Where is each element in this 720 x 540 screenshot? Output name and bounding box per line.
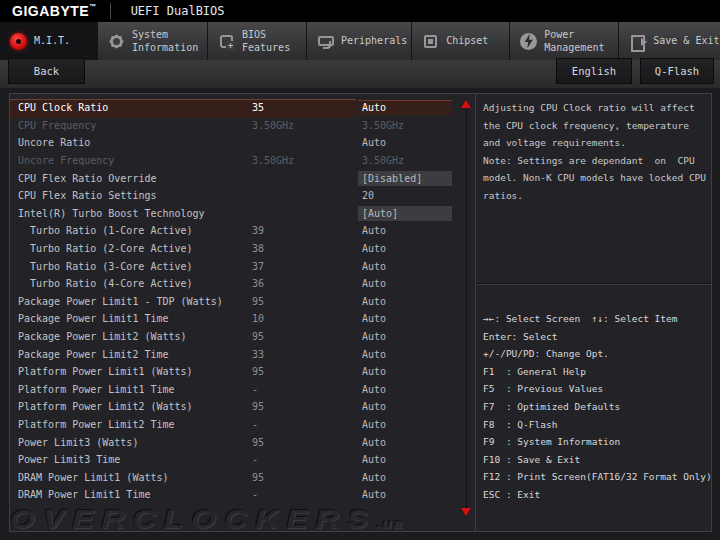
hotkey-line: Enter: Select <box>483 328 707 346</box>
help-line: ratios. <box>483 187 705 205</box>
help-panel: Adjusting CPU Clock ratio will affectthe… <box>475 94 711 531</box>
setting-label: DRAM Power Limit1 (Watts) <box>18 472 252 483</box>
setting-option-value: Auto <box>362 437 462 448</box>
scroll-up-arrow[interactable] <box>461 100 471 108</box>
setting-label: Package Power Limit2 Time <box>18 349 252 360</box>
setting-option-value: Auto <box>362 137 462 148</box>
setting-row[interactable]: Intel(R) Turbo Boost Technology [Auto] <box>10 205 475 223</box>
bios-icon <box>218 33 235 50</box>
setting-current-value: 3.50GHz <box>252 155 362 166</box>
hotkey-legend: →←: Select Screen ↑↓: Select ItemEnter: … <box>476 283 711 531</box>
setting-row[interactable]: Turbo Ratio (4-Core Active) 36 Auto <box>10 275 475 293</box>
setting-row[interactable]: Turbo Ratio (1-Core Active) 39 Auto <box>10 222 475 240</box>
setting-row[interactable]: CPU Frequency 3.50GHz 3.50GHz <box>10 117 475 135</box>
setting-option-value: [Disabled] <box>358 171 452 186</box>
setting-row[interactable]: DRAM Power Limit1 (Watts) 95 Auto <box>10 468 475 486</box>
setting-current-value: - <box>252 489 362 500</box>
product-title: UEFI DualBIOS <box>131 4 225 18</box>
scroll-down-arrow[interactable] <box>461 508 471 516</box>
setting-label: Platform Power Limit2 (Watts) <box>18 401 252 412</box>
tab-label: Save & Exit <box>653 34 719 48</box>
setting-current-value: - <box>252 419 362 430</box>
setting-row[interactable]: CPU Clock Ratio 35 Auto <box>10 99 475 117</box>
setting-label: CPU Frequency <box>18 120 252 131</box>
setting-current-value: 10 <box>252 313 362 324</box>
setting-option-value: [Auto] <box>358 206 452 221</box>
tab-label: Power Management <box>544 28 614 55</box>
setting-row[interactable]: Package Power Limit1 - TDP (Watts) 95 Au… <box>10 293 475 311</box>
tab[interactable]: M.I.T. <box>0 22 98 60</box>
setting-option-value: Auto <box>362 313 462 324</box>
setting-option-value: Auto <box>362 489 462 500</box>
hotkey-line: +/-/PU/PD: Change Opt. <box>483 345 707 363</box>
setting-row[interactable]: Power Limit3 (Watts) 95 Auto <box>10 433 475 451</box>
setting-label: Power Limit3 Time <box>18 454 252 465</box>
tab[interactable]: BIOS Features <box>208 22 307 60</box>
setting-option-value: Auto <box>362 278 462 289</box>
gear-icon <box>108 33 125 50</box>
setting-option-value: Auto <box>362 419 462 430</box>
tab[interactable]: Power Management <box>510 22 619 60</box>
setting-row[interactable]: Package Power Limit2 Time 33 Auto <box>10 345 475 363</box>
bios-screen: GIGABYTE™ UEFI DualBIOS M.I.T. System In… <box>0 0 720 540</box>
tab[interactable]: Peripherals <box>307 22 412 60</box>
setting-label: Power Limit3 (Watts) <box>18 437 252 448</box>
setting-current-value: 35 <box>252 102 362 113</box>
setting-label: Turbo Ratio (2-Core Active) <box>18 243 252 254</box>
setting-row[interactable]: Power Limit3 Time - Auto <box>10 451 475 469</box>
hotkey-line: F1 : General Help <box>483 363 707 381</box>
setting-option-value: Auto <box>362 225 462 236</box>
setting-row[interactable]: Uncore Frequency 3.50GHz 3.50GHz <box>10 152 475 170</box>
tab[interactable]: Save & Exit <box>619 22 720 60</box>
setting-row[interactable]: CPU Flex Ratio Settings 20 <box>10 187 475 205</box>
tab[interactable]: Chipset <box>412 22 510 60</box>
tab-label: M.I.T. <box>34 34 70 48</box>
setting-label: Turbo Ratio (1-Core Active) <box>18 225 252 236</box>
tab[interactable]: System Information <box>98 22 208 60</box>
setting-row[interactable]: Platform Power Limit1 (Watts) 95 Auto <box>10 363 475 381</box>
setting-row[interactable]: Platform Power Limit2 (Watts) 95 Auto <box>10 398 475 416</box>
scrollbar-track[interactable] <box>466 110 467 508</box>
setting-row[interactable]: Package Power Limit1 Time 10 Auto <box>10 310 475 328</box>
setting-row[interactable]: Platform Power Limit1 Time - Auto <box>10 381 475 399</box>
help-line: model. Non-K CPU models have locked CPU <box>483 169 705 187</box>
setting-option-value: Auto <box>362 331 462 342</box>
setting-option-value: 20 <box>362 190 462 201</box>
hotkey-line: F10 : Save & Exit <box>483 451 707 469</box>
setting-current-value: 95 <box>252 437 362 448</box>
setting-option-value: 3.50GHz <box>362 120 462 131</box>
setting-current-value: 36 <box>252 278 362 289</box>
setting-row[interactable]: CPU Flex Ratio Override [Disabled] <box>10 169 475 187</box>
setting-option-value: Auto <box>358 100 452 115</box>
setting-current-value: 33 <box>252 349 362 360</box>
hotkey-line: F12 : Print Screen(FAT16/32 Format Only) <box>483 468 707 486</box>
setting-option-value: Auto <box>362 296 462 307</box>
setting-current-value: - <box>252 384 362 395</box>
setting-option-value: Auto <box>362 454 462 465</box>
language-button[interactable]: English <box>556 58 632 84</box>
tab-label: BIOS Features <box>242 28 302 55</box>
setting-row[interactable]: Platform Power Limit2 Time - Auto <box>10 416 475 434</box>
setting-label: CPU Flex Ratio Override <box>18 173 252 184</box>
setting-label: Uncore Ratio <box>18 137 252 148</box>
setting-option-value: Auto <box>362 349 462 360</box>
setting-row[interactable]: Turbo Ratio (3-Core Active) 37 Auto <box>10 257 475 275</box>
setting-label: Package Power Limit1 - TDP (Watts) <box>18 296 252 307</box>
hotkey-line: F5 : Previous Values <box>483 380 707 398</box>
main-content: CPU Clock Ratio 35 Auto CPU Frequency 3.… <box>0 88 720 540</box>
setting-option-value: Auto <box>362 366 462 377</box>
setting-current-value: - <box>252 454 362 465</box>
settings-panel: CPU Clock Ratio 35 Auto CPU Frequency 3.… <box>9 93 712 532</box>
qflash-button[interactable]: Q-Flash <box>640 58 714 84</box>
help-line: the CPU clock frequency, temperature <box>483 117 705 135</box>
setting-row[interactable]: Uncore Ratio Auto <box>10 134 475 152</box>
setting-row[interactable]: DRAM Power Limit1 Time - Auto <box>10 486 475 504</box>
setting-row[interactable]: Package Power Limit2 (Watts) 95 Auto <box>10 328 475 346</box>
setting-row[interactable]: Turbo Ratio (2-Core Active) 38 Auto <box>10 240 475 258</box>
tab-label: System Information <box>132 28 203 55</box>
setting-current-value: 95 <box>252 366 362 377</box>
back-button[interactable]: Back <box>8 58 85 84</box>
settings-list: CPU Clock Ratio 35 Auto CPU Frequency 3.… <box>10 94 475 531</box>
setting-current-value: 39 <box>252 225 362 236</box>
setting-current-value: 95 <box>252 472 362 483</box>
